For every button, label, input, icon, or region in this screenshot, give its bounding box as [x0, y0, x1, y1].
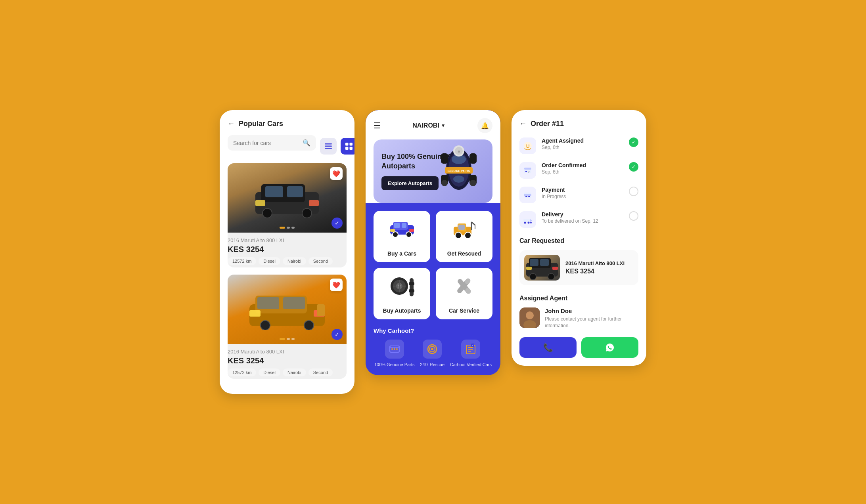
service-label-buy-cars: Buy a Cars — [387, 250, 416, 257]
agent-info: John Doe Please contact your agent for f… — [545, 307, 638, 329]
timeline-item-2: Order Confirmed Sep, 6th ✓ — [519, 162, 638, 179]
screen2-header: ☰ NAIROBI ▼ 🔔 — [374, 118, 492, 133]
car-tag-km-2: 12572 km — [228, 368, 256, 376]
svg-rect-87 — [525, 171, 527, 172]
svg-rect-61 — [410, 278, 414, 296]
svg-point-10 — [302, 208, 312, 218]
location-dropdown-icon[interactable]: ▼ — [441, 123, 446, 128]
why-grid: 100% Genuine Parts 24/7 Rescue — [374, 340, 492, 367]
payment-icon — [519, 187, 536, 203]
service-card-buy-autoparts[interactable]: Buy Autoparts — [374, 268, 430, 319]
svg-point-71 — [396, 348, 398, 350]
favorite-button-2[interactable]: ❤️ — [330, 279, 343, 291]
svg-rect-19 — [257, 297, 279, 309]
service-label-car-service: Car Service — [449, 307, 479, 314]
list-view-button[interactable] — [320, 138, 337, 155]
why-item-3: ✓ Carhoot Verified Cars — [450, 340, 492, 367]
why-label-3: Carhoot Verified Cars — [450, 362, 492, 367]
car-card-2[interactable]: ❤️ ✓ 2016 Maruti Alto 800 LXI KES 3254 1… — [228, 275, 347, 379]
svg-point-75 — [431, 348, 433, 350]
svg-rect-13 — [255, 200, 265, 206]
timeline-check-2: ✓ — [629, 162, 638, 172]
svg-rect-3 — [345, 143, 349, 146]
whatsapp-button[interactable] — [581, 337, 638, 358]
svg-rect-72 — [390, 346, 399, 347]
grid-view-button[interactable] — [341, 138, 354, 155]
car-tag-condition-2: Second — [308, 368, 333, 376]
requested-car-image — [524, 255, 560, 281]
svg-rect-2 — [325, 148, 332, 149]
screens-container: ← Popular Cars 🔍 — [220, 110, 646, 394]
search-input[interactable] — [233, 140, 303, 146]
svg-point-18 — [304, 321, 314, 330]
svg-rect-89 — [528, 172, 529, 173]
car-tag-fuel-2: Diesel — [259, 368, 280, 376]
order-back-arrow[interactable]: ← — [519, 120, 527, 128]
svg-rect-20 — [283, 297, 305, 309]
timeline-item-3: Payment In Progress — [519, 187, 638, 203]
svg-rect-14 — [309, 200, 319, 206]
timeline-sub-4: To be delivered on Sep, 12 — [542, 218, 623, 224]
screen-home: ☰ NAIROBI ▼ 🔔 Buy 100% Genuine Car Autop… — [366, 110, 500, 375]
svg-rect-54 — [458, 225, 465, 230]
timeline-item-4: Delivery To be delivered on Sep, 12 — [519, 211, 638, 228]
hero-car-image: GENUINE PARTS ⊕ — [433, 145, 492, 197]
search-bar[interactable]: 🔍 — [228, 135, 316, 151]
svg-point-53 — [465, 232, 471, 239]
svg-rect-43 — [394, 223, 400, 228]
car-name-2: 2016 Maruti Alto 800 LXI — [228, 349, 347, 355]
svg-rect-11 — [265, 186, 283, 197]
car-tag-fuel-1: Diesel — [259, 257, 280, 265]
svg-rect-26 — [441, 153, 448, 164]
location-row[interactable]: NAIROBI ▼ — [412, 122, 445, 129]
car-info-2: 2016 Maruti Alto 800 LXI KES 3254 12572 … — [228, 344, 347, 379]
call-button[interactable]: 📞 — [519, 337, 577, 358]
buy-autoparts-icon — [388, 275, 416, 298]
screen-order: ← Order #11 Agent Assigned Sep, 6th — [512, 110, 646, 366]
agent-card: John Doe Please contact your agent for f… — [519, 307, 638, 329]
verified-badge-2: ✓ — [331, 329, 343, 340]
car-requested-label: Car Requested — [519, 237, 638, 244]
svg-rect-63 — [409, 289, 414, 292]
why-item-2: 24/7 Rescue — [420, 340, 444, 367]
timeline-title-2: Order Confirmed — [542, 162, 623, 168]
svg-point-37 — [441, 180, 448, 186]
car-tag-km-1: 12572 km — [228, 257, 256, 265]
timeline-check-3 — [629, 187, 638, 196]
explore-autoparts-button[interactable]: Explore Autoparts — [381, 176, 439, 190]
get-rescued-icon — [450, 218, 478, 241]
timeline-item-1: Agent Assigned Sep, 6th ✓ — [519, 137, 638, 154]
requested-car-info: 2016 Maruti Alto 800 LXI KES 3254 — [565, 260, 625, 275]
service-card-car-service[interactable]: Car Service — [436, 268, 492, 319]
agent-description: Please contact your agent for further in… — [545, 316, 638, 329]
car-info-1: 2016 Maruti Alto 800 LXI KES 3254 12572 … — [228, 233, 347, 267]
service-label-get-rescued: Get Rescued — [447, 250, 481, 257]
svg-rect-23 — [317, 304, 325, 316]
image-dots-2 — [280, 338, 295, 340]
svg-text:✓: ✓ — [471, 344, 474, 347]
requested-car-price: KES 3254 — [565, 268, 625, 275]
timeline-content-1: Agent Assigned Sep, 6th — [542, 137, 623, 150]
service-card-buy-cars[interactable]: Buy a Cars — [374, 211, 430, 262]
car-card-1[interactable]: ❤️ ✓ 2016 Maruti Alto 800 LXI KES 3254 1… — [228, 163, 347, 267]
why-label-1: 100% Genuine Parts — [374, 362, 415, 367]
notification-button[interactable]: 🔔 — [477, 118, 492, 133]
back-arrow-icon[interactable]: ← — [228, 120, 235, 128]
svg-rect-88 — [528, 171, 530, 172]
why-icon-1 — [385, 340, 404, 359]
car-tags-2: 12572 km Diesel Nairobi Second — [228, 368, 347, 376]
search-row: 🔍 — [228, 135, 347, 157]
svg-marker-95 — [530, 219, 532, 222]
svg-rect-103 — [530, 259, 538, 266]
service-card-get-rescued[interactable]: Get Rescued — [436, 211, 492, 262]
svg-rect-105 — [526, 267, 532, 270]
car-price-1: KES 3254 — [228, 245, 347, 254]
svg-rect-45 — [390, 229, 395, 232]
favorite-button-1[interactable]: ❤️ — [330, 167, 343, 180]
agent-name: John Doe — [545, 307, 638, 314]
timeline-title-3: Payment — [542, 187, 623, 193]
hamburger-icon[interactable]: ☰ — [374, 121, 381, 130]
svg-point-83 — [526, 145, 527, 146]
svg-point-9 — [262, 208, 272, 218]
svg-rect-0 — [325, 143, 332, 145]
